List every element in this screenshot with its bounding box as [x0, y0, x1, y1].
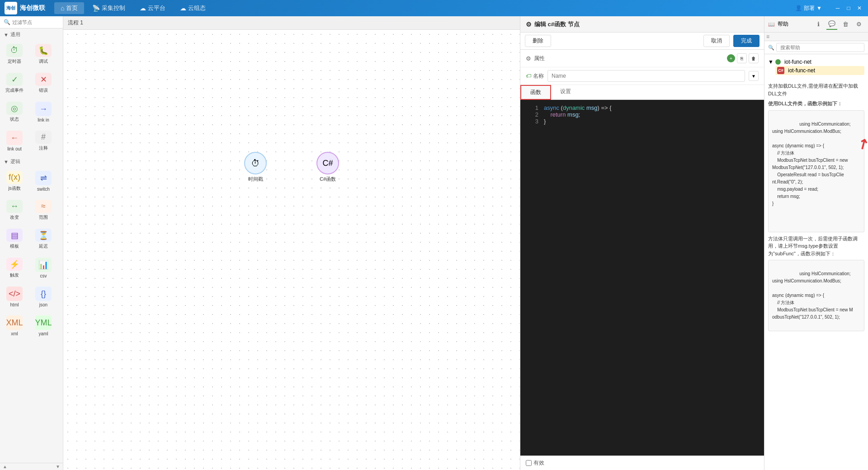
sidebar-item-timer[interactable]: ⏱ 定时器: [1, 41, 28, 68]
nav-cloud-state[interactable]: ☁ 云组态: [174, 2, 212, 14]
topbar-right: 👤 部署 ▼ ─ □ ✕: [792, 3, 863, 14]
search-input[interactable]: [12, 19, 63, 25]
properties-add-icon[interactable]: +: [727, 54, 735, 62]
sidebar-item-complete[interactable]: ✓ 完成事件: [1, 70, 28, 97]
user-label: 部署: [804, 5, 815, 12]
properties-copy-icon[interactable]: ⎘: [737, 53, 747, 63]
tree-root-dot: [775, 59, 781, 65]
nav-home[interactable]: ⌂ 首页: [54, 2, 84, 14]
sidebar: 🔍 ▼ 通用 ⏱ 定时器 🐛 调试 ✓: [0, 16, 63, 470]
sidebar-item-csv[interactable]: 📊 csv: [30, 254, 57, 282]
template-label: 模板: [10, 243, 19, 249]
canvas-node-csharp[interactable]: C# C#函数: [316, 152, 339, 183]
topbar: 海创 海创微联 ⌂ 首页 📡 采集控制 ☁ 云平台 ☁ 云组态 👤 部署 ▼ ─…: [0, 0, 868, 16]
nav-cloud-label: 云平台: [148, 4, 165, 12]
sidebar-item-template[interactable]: ▤ 模板: [1, 226, 28, 253]
tab-func[interactable]: 函数: [520, 85, 551, 100]
section-title-logic: ▼ 逻辑: [0, 155, 63, 167]
help-tree-root[interactable]: ▼ iot-func-net: [768, 58, 864, 66]
section-label-general: 通用: [10, 31, 20, 38]
sidebar-item-json[interactable]: {} json: [30, 283, 57, 310]
help-header: 📖 帮助 ℹ 💬 🗑 ⚙: [764, 16, 868, 33]
code-block-2: using HslCommunication; using HslCommuni…: [768, 260, 864, 331]
canvas-main[interactable]: ⏱ 时间戳 C# C#函数: [63, 30, 520, 470]
minimize-btn[interactable]: ─: [834, 4, 842, 12]
expand-down-btn[interactable]: ▼: [56, 464, 60, 469]
sidebar-item-switch[interactable]: ⇌ switch: [30, 168, 57, 195]
sidebar-item-range[interactable]: ≈ 范围: [30, 197, 57, 224]
sidebar-item-xml[interactable]: XML xml: [1, 312, 28, 339]
canvas-node-time[interactable]: ⏱ 时间戳: [244, 152, 267, 183]
help-tree-selected-item[interactable]: C# iot-func-net: [775, 66, 864, 75]
editor-header: ⚙ 编辑 c#函数 节点: [520, 16, 764, 33]
arrow-icon: ↗: [853, 132, 868, 156]
name-input[interactable]: [547, 70, 745, 82]
js-icon: f(x): [6, 171, 23, 184]
help-trash-icon[interactable]: 🗑: [840, 19, 851, 30]
active-checkbox[interactable]: [526, 460, 532, 466]
linkout-label: link out: [7, 146, 22, 151]
deploy-btn[interactable]: 👤 部署 ▼: [792, 3, 826, 14]
sidebar-item-change[interactable]: ↔ 改变: [1, 197, 28, 224]
sidebar-item-debug[interactable]: 🐛 调试: [30, 41, 57, 68]
nav-collect[interactable]: 📡 采集控制: [86, 2, 132, 14]
complete-label: 完成事件: [5, 87, 24, 94]
help-settings-icon[interactable]: ⚙: [854, 19, 864, 30]
sidebar-item-delay[interactable]: ⏳ 延迟: [30, 226, 57, 253]
linkout-icon: ←: [6, 131, 23, 145]
template-icon: ▤: [6, 229, 23, 242]
sidebar-row-3: ◎ 状态 → link in: [0, 98, 63, 127]
sidebar-item-comment[interactable]: # 注释: [30, 127, 57, 155]
section-label-logic: 逻辑: [10, 158, 20, 165]
delete-button[interactable]: 删除: [525, 35, 551, 47]
window-controls: ─ □ ✕: [834, 4, 863, 12]
sidebar-item-yaml[interactable]: YML yaml: [30, 312, 57, 339]
code-line-3: 3 }: [525, 118, 760, 125]
xml-icon: XML: [6, 315, 23, 330]
html-label: html: [10, 302, 19, 307]
help-tree: ▼ iot-func-net C# iot-func-net: [764, 54, 868, 79]
properties-gear-icon: ⚙: [526, 55, 531, 62]
properties-delete-icon[interactable]: 🗑: [749, 53, 759, 63]
sidebar-item-error[interactable]: ✕ 错误: [30, 70, 57, 97]
sidebar-item-trigger[interactable]: ⚡ 触发: [1, 254, 28, 282]
tab-settings[interactable]: 设置: [551, 85, 580, 99]
sidebar-item-html[interactable]: </> html: [1, 283, 28, 310]
tree-expand-icon: ▼: [768, 59, 774, 65]
sidebar-item-linkout[interactable]: ← link out: [1, 127, 28, 155]
active-checkbox-label[interactable]: 有效: [526, 459, 544, 467]
nav-cloud[interactable]: ☁ 云平台: [133, 2, 172, 14]
editor-name-row: 🏷 名称 ▼: [520, 67, 764, 85]
sidebar-row-2: ✓ 完成事件 ✕ 错误: [0, 69, 63, 98]
help-search-icon: 🔍: [768, 45, 774, 51]
sidebar-item-js[interactable]: f(x) js函数: [1, 168, 28, 195]
maximize-btn[interactable]: □: [844, 4, 853, 12]
json-icon: {}: [35, 287, 52, 301]
sidebar-item-state[interactable]: ◎ 状态: [1, 99, 28, 126]
sidebar-row-9: </> html {} json: [0, 282, 63, 311]
close-btn[interactable]: ✕: [855, 4, 863, 12]
name-field-extra-btn[interactable]: ▼: [749, 71, 759, 81]
switch-label: switch: [37, 187, 50, 192]
debug-icon: 🐛: [35, 44, 52, 57]
done-button[interactable]: 完成: [733, 35, 760, 47]
help-search-input[interactable]: [776, 43, 864, 52]
help-info-icon[interactable]: ℹ: [813, 19, 824, 30]
cloud-state-icon: ☁: [180, 5, 186, 12]
sidebar-item-linkin[interactable]: → link in: [30, 99, 57, 126]
tree-root-label: iot-func-net: [784, 59, 811, 65]
sidebar-row-8: ⚡ 触发 📊 csv: [0, 254, 63, 282]
cancel-button[interactable]: 取消: [703, 35, 730, 47]
help-chat-icon[interactable]: 💬: [826, 19, 837, 30]
expand-up-btn[interactable]: ▲: [3, 464, 7, 469]
editor-properties-section: ⚙ 属性 + ⎘ 🗑: [520, 50, 764, 67]
help-icon: 📖: [768, 21, 775, 28]
tree-selected-label: iot-func-net: [788, 67, 815, 74]
line-num-2: 2: [525, 111, 538, 118]
help-method-note: 方法体只需调用一次，后需使用子函数调用，请上环节msg.type参数设置为"su…: [768, 235, 864, 258]
help-title: 帮助: [778, 20, 788, 28]
code-editor[interactable]: 1 async (dynamic msg) => { 2 return msg;…: [520, 100, 764, 456]
js-label: js函数: [8, 185, 20, 192]
sidebar-row-10: XML xml YML yaml: [0, 311, 63, 340]
csv-icon: 📊: [35, 258, 52, 272]
